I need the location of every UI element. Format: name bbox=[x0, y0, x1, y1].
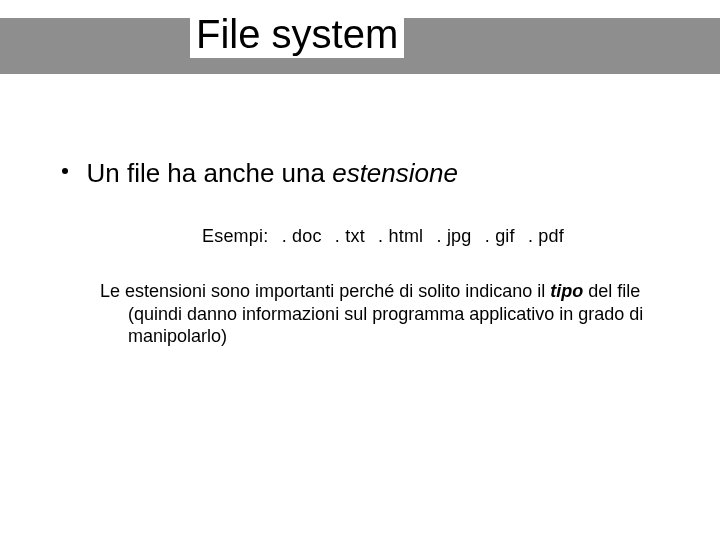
bullet-item: Un file ha anche una estensione bbox=[62, 158, 662, 189]
extension-item: . gif bbox=[485, 226, 515, 246]
extension-item: . jpg bbox=[437, 226, 472, 246]
examples-label: Esempi: bbox=[202, 226, 268, 246]
bullet-pre: Un file ha anche una bbox=[86, 158, 332, 188]
extension-item: . doc bbox=[282, 226, 322, 246]
bullet-dot-icon bbox=[62, 168, 68, 174]
bullet-text: Un file ha anche una estensione bbox=[86, 158, 458, 188]
examples-line: Esempi: . doc . txt . html . jpg . gif .… bbox=[202, 226, 564, 247]
slide-title: File system bbox=[190, 10, 404, 58]
slide: File system Un file ha anche una estensi… bbox=[0, 0, 720, 540]
paragraph-tipo: tipo bbox=[550, 281, 583, 301]
paragraph-line1-post: del file bbox=[583, 281, 640, 301]
paragraph-line1-pre: Le estensioni sono importanti perché di … bbox=[100, 281, 550, 301]
paragraph-rest: (quindi danno informazioni sul programma… bbox=[100, 303, 660, 348]
extension-item: . html bbox=[378, 226, 423, 246]
extension-item: . pdf bbox=[528, 226, 564, 246]
description-paragraph: Le estensioni sono importanti perché di … bbox=[100, 280, 660, 348]
bullet-emphasis: estensione bbox=[332, 158, 458, 188]
extension-item: . txt bbox=[335, 226, 365, 246]
